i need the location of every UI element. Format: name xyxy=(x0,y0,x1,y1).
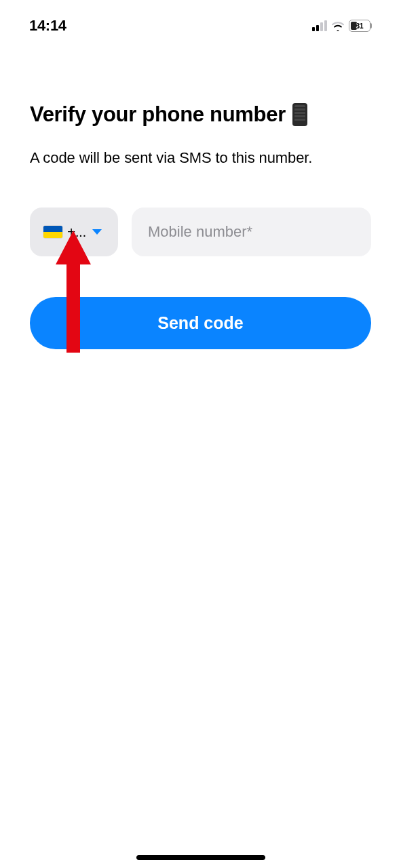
home-indicator xyxy=(136,855,265,860)
status-time: 14:14 xyxy=(29,17,66,35)
cellular-signal-icon xyxy=(312,20,327,31)
page-subtitle: A code will be sent via SMS to this numb… xyxy=(30,149,371,167)
mobile-number-input[interactable] xyxy=(132,208,371,256)
wifi-icon xyxy=(331,20,345,31)
ukraine-flag-icon xyxy=(43,226,62,238)
status-bar: 14:14 31 xyxy=(0,0,401,39)
status-indicators: 31 xyxy=(312,20,372,32)
country-code-label: +... xyxy=(67,224,86,240)
phone-icon xyxy=(292,103,307,126)
send-code-button[interactable]: Send code xyxy=(30,297,371,349)
country-code-selector[interactable]: +... xyxy=(30,208,118,256)
chevron-down-icon xyxy=(92,229,102,235)
phone-input-row: +... xyxy=(30,208,371,256)
page-title-text: Verify your phone number xyxy=(30,102,286,127)
battery-level: 31 xyxy=(349,22,370,30)
page-title: Verify your phone number xyxy=(30,102,371,127)
battery-icon: 31 xyxy=(349,20,372,32)
